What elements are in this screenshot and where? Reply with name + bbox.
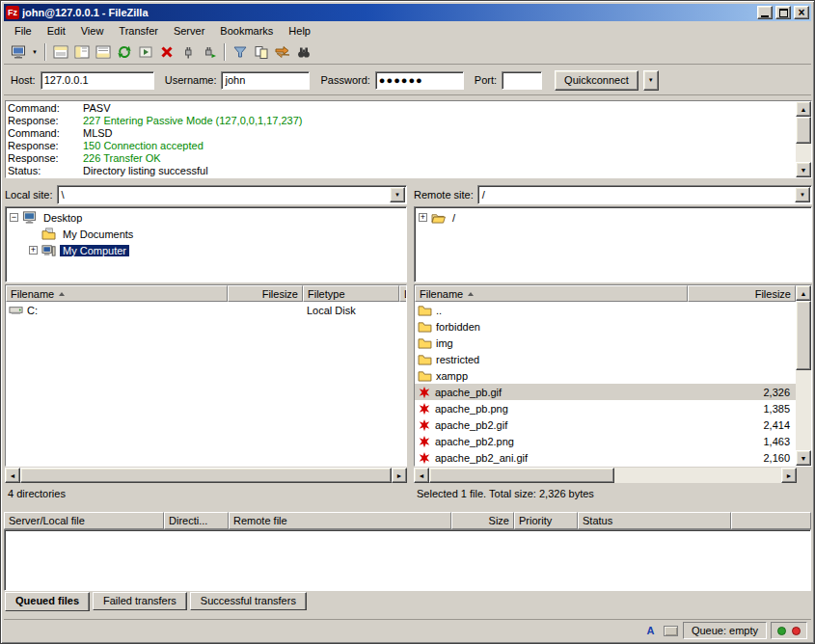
remote-file-row[interactable]: apache_pb2_ani.gif 2,160 [415,449,796,466]
menu-edit[interactable]: Edit [40,23,73,39]
column-header-filetype[interactable]: Filetype [303,285,399,302]
remote-file-row[interactable]: apache_pb.png 1,385 [415,400,796,416]
tree-item-my-computer[interactable]: My Computer [6,242,406,258]
quickconnect-dropdown-button[interactable] [643,70,659,91]
minimize-button[interactable] [757,6,773,19]
queue-column-direction[interactable]: Directi... [164,512,229,529]
username-input[interactable] [221,71,310,90]
toggle-message-log-button[interactable] [50,41,71,63]
synchronized-browsing-icon [275,44,290,60]
cancel-button[interactable] [156,41,177,63]
remote-file-row[interactable]: apache_pb2.png 1,463 [415,433,796,449]
remote-list-hscrollbar[interactable] [414,468,797,483]
remote-file-row[interactable]: apache_pb2.gif 2,414 [415,416,796,433]
host-input[interactable] [41,71,154,90]
tree-label[interactable]: Desktop [41,212,85,224]
remote-file-row[interactable]: restricted [415,351,796,367]
queue-list[interactable] [4,529,811,591]
menu-help[interactable]: Help [281,23,318,39]
tree-item-root[interactable]: / [415,209,811,226]
column-header-filename[interactable]: Filename [415,285,688,302]
directory-comparison-icon [254,44,269,60]
tree-label[interactable]: / [449,212,458,224]
directory-comparison-button[interactable] [251,41,272,63]
tree-item-desktop[interactable]: Desktop [6,209,406,226]
expand-icon[interactable] [29,246,38,255]
remote-list-scrollbar[interactable] [796,285,811,466]
log-scrollbar[interactable] [796,101,811,177]
combo-dropdown-icon[interactable] [795,187,810,202]
column-header-lastmodified[interactable]: L [399,285,407,302]
scroll-up-button[interactable] [796,101,811,117]
password-input[interactable] [375,71,464,90]
image-file-icon [418,402,431,416]
toggle-tree-views-button[interactable] [71,41,93,63]
column-header-filesize[interactable]: Filesize [228,285,303,302]
refresh-button[interactable] [114,41,135,63]
local-file-row[interactable]: C: Local Disk [6,302,406,318]
reconnect-button[interactable] [199,41,220,63]
synchronized-browsing-button[interactable] [272,41,293,63]
toggle-queue-view-button[interactable] [93,41,114,63]
scrollbar-thumb[interactable] [20,468,392,483]
menu-file[interactable]: File [7,23,40,39]
queue-column-priority[interactable]: Priority [514,512,578,529]
tree-label-selected[interactable]: My Computer [60,245,129,256]
scroll-down-button[interactable] [796,450,811,466]
column-header-filesize[interactable]: Filesize [688,285,796,302]
menu-bookmarks[interactable]: Bookmarks [212,23,281,39]
local-site-row: Local site: \ [5,184,407,204]
scroll-left-button[interactable] [414,468,429,483]
remote-file-row[interactable]: .. [415,302,796,318]
filter-button[interactable] [230,41,251,63]
queue-column-status[interactable]: Status [578,512,731,529]
queue-header: Server/Local file Directi... Remote file… [4,512,811,529]
collapse-icon[interactable] [10,213,18,222]
remote-file-row[interactable]: img [415,335,796,351]
tree-label[interactable]: My Documents [60,228,136,240]
local-site-combo[interactable]: \ [57,185,407,204]
scroll-left-button[interactable] [5,468,20,483]
image-file-icon [418,418,431,432]
scroll-right-button[interactable] [781,468,797,483]
filezilla-logo-icon: Fz [6,6,19,19]
menu-server[interactable]: Server [166,23,212,39]
remote-file-row[interactable]: forbidden [415,318,796,335]
queue-column-server-local-file[interactable]: Server/Local file [4,512,164,529]
tab-successful-transfers[interactable]: Successful transfers [190,592,307,610]
scroll-down-button[interactable] [796,162,811,177]
local-list-hscrollbar[interactable] [5,468,407,483]
column-header-filename[interactable]: Filename [6,285,228,302]
remote-site-combo[interactable]: / [477,185,812,204]
site-manager-button[interactable] [8,41,29,63]
queue-column-remote-file[interactable]: Remote file [229,512,451,529]
tab-failed-transfers[interactable]: Failed transfers [93,592,187,610]
remote-file-row[interactable]: xampp [415,367,796,384]
port-input[interactable] [502,71,542,90]
close-button[interactable] [794,6,809,19]
queue-column-size[interactable]: Size [451,512,514,529]
scrollbar-thumb[interactable] [429,468,614,483]
scrollbar-thumb[interactable] [796,117,811,144]
maximize-button[interactable] [775,6,791,19]
tree-item-my-documents[interactable]: My Documents [6,226,406,242]
find-files-button[interactable] [293,41,314,63]
process-queue-button[interactable] [135,41,156,63]
remote-directory-tree: / [414,206,812,282]
my-documents-icon [41,228,56,240]
combo-dropdown-icon[interactable] [390,187,405,202]
toolbar [4,40,811,65]
menu-transfer[interactable]: Transfer [111,23,166,39]
scrollbar-thumb[interactable] [796,301,811,370]
scroll-up-button[interactable] [796,285,811,301]
folder-icon [418,370,432,382]
tab-queued-files[interactable]: Queued files [5,592,90,611]
remote-file-row-selected[interactable]: apache_pb.gif 2,326 [415,384,796,400]
quickconnect-button[interactable]: Quickconnect [555,70,638,91]
scroll-right-button[interactable] [392,468,407,483]
titlebar[interactable]: Fz john@127.0.0.1 - FileZilla [4,4,811,21]
expand-icon[interactable] [419,213,427,222]
menu-view[interactable]: View [73,23,112,39]
disconnect-button[interactable] [177,41,199,63]
site-manager-dropdown-button[interactable] [29,41,41,63]
